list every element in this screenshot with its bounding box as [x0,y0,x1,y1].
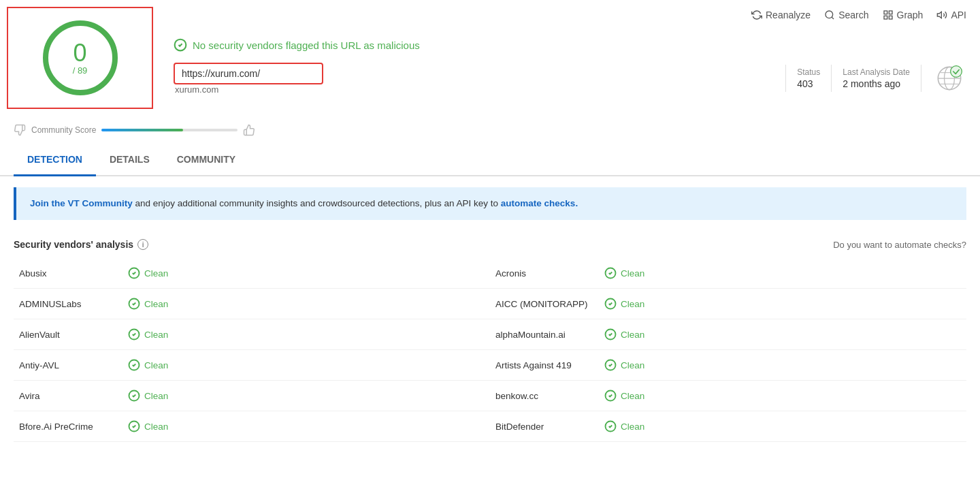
vendor-status-text: Clean [621,268,644,279]
score-circle: 0 / 89 [43,20,118,95]
vendor-status: Clean [128,359,168,371]
status-label: Status [797,67,820,77]
graph-label: Graph [897,10,924,20]
automate-text: Do you want to automate checks? [833,240,966,250]
vendor-status-text: Clean [621,360,644,370]
tab-detection[interactable]: DETECTION [14,144,96,176]
analysis-date-value: 2 months ago [843,78,910,89]
status-meta: Status 403 [797,67,820,89]
vendor-status: Clean [128,420,168,432]
top-header: 0 / 89 Reanalyze Search Graph [0,0,980,116]
status-message: No security vendors flagged this URL as … [193,39,420,51]
vendor-status-text: Clean [144,422,168,432]
reanalyze-button[interactable]: Reanalyze [751,10,811,20]
svg-rect-3 [889,11,892,14]
tab-details[interactable]: DETAILS [96,144,163,176]
check-circle-icon [174,38,187,52]
community-score-label: Community Score [31,125,96,135]
svg-rect-5 [884,16,887,19]
clean-check-icon [128,328,140,340]
score-number: 0 [73,41,86,65]
vendors-table: Abusix Clean Acronis Clean AD [14,258,966,442]
community-score-bar [101,129,238,131]
community-bar: Community Score [0,116,980,144]
svg-marker-6 [938,12,942,18]
clean-check-icon [128,267,140,279]
clean-check-icon [604,359,617,371]
meta-info: Status 403 Last Analysis Date 2 months a… [785,61,966,95]
score-circle-wrapper: 0 / 89 [43,20,118,95]
api-button[interactable]: API [936,10,966,20]
vendor-name: Antiy-AVL [19,360,128,370]
info-section: Reanalyze Search Graph API No security v… [160,0,980,116]
vendor-cell-right: alphaMountain.ai Clean [490,319,966,349]
table-row: AlienVault Clean alphaMountain.ai Clean [14,319,966,350]
join-vt-link[interactable]: Join the VT Community [30,198,133,208]
search-icon [824,10,835,20]
vendor-status-text: Clean [144,391,168,401]
analysis-date-label: Last Analysis Date [843,67,910,77]
vendor-cell-right: Artists Against 419 Clean [490,350,966,380]
svg-line-1 [832,17,834,19]
analysis-title: Security vendors' analysis i [14,239,148,250]
vendor-status: Clean [128,390,168,402]
info-icon[interactable]: i [137,239,148,250]
search-button[interactable]: Search [824,10,868,20]
analysis-header: Security vendors' analysis i Do you want… [14,231,966,258]
table-row: ADMINUSLabs Clean AICC (MONITORAPP) Clea… [14,289,966,319]
community-score-fill [101,129,183,131]
table-row: Bfore.Ai PreCrime Clean BitDefender Clea… [14,411,966,442]
vendor-cell-right: benkow.cc Clean [490,381,966,411]
svg-point-0 [826,11,833,18]
graph-button[interactable]: Graph [883,10,924,20]
api-label: API [951,10,966,20]
clean-check-icon [604,420,617,432]
clean-check-icon [604,390,617,402]
api-icon [936,10,947,20]
vendor-cell-left: Bfore.Ai PreCrime Clean [14,411,490,441]
vendor-status-text: Clean [144,299,168,309]
status-value: 403 [797,78,820,89]
url-input[interactable] [174,63,323,84]
vendor-status-text: Clean [144,268,168,279]
svg-rect-4 [889,16,892,19]
vendor-status: Clean [604,298,644,310]
vendor-name: Acronis [495,268,604,279]
clean-check-icon [128,420,140,432]
status-clean: No security vendors flagged this URL as … [174,38,966,52]
vendor-cell-right: BitDefender Clean [490,411,966,441]
vendor-name: benkow.cc [495,391,604,401]
vendor-status: Clean [604,328,644,340]
analysis-title-text: Security vendors' analysis [14,239,133,250]
graph-icon [883,10,894,20]
vendor-cell-left: ADMINUSLabs Clean [14,289,490,319]
svg-rect-2 [884,11,887,14]
clean-check-icon [128,390,140,402]
automate-checks-link[interactable]: automate checks. [501,198,578,208]
clean-check-icon [128,359,140,371]
vendor-cell-left: AlienVault Clean [14,319,490,349]
svg-point-13 [951,66,962,78]
table-row: Antiy-AVL Clean Artists Against 419 Clea… [14,350,966,381]
table-row: Avira Clean benkow.cc Clean [14,381,966,411]
vendor-status-text: Clean [144,330,168,340]
vendor-status-text: Clean [621,299,644,309]
vendor-status: Clean [128,267,168,279]
vendor-name: Avira [19,391,128,401]
vendor-status: Clean [604,390,644,402]
vendor-name: alphaMountain.ai [495,330,604,340]
vendor-status-text: Clean [621,391,644,401]
main-container: 0 / 89 Reanalyze Search Graph [0,0,980,491]
community-banner: Join the VT Community and enjoy addition… [14,187,966,220]
analysis-section: Security vendors' analysis i Do you want… [0,231,980,456]
url-row: xurum.com Status 403 Last Analysis Date … [174,61,966,95]
vendor-cell-right: Acronis Clean [490,258,966,288]
tab-community[interactable]: COMMUNITY [163,144,249,176]
vendor-cell-right: AICC (MONITORAPP) Clean [490,289,966,319]
divider1 [785,65,786,92]
divider3 [921,65,921,92]
table-row: Abusix Clean Acronis Clean [14,258,966,289]
tabs: DETECTION DETAILS COMMUNITY [0,144,980,176]
thumb-up-icon [243,124,255,136]
analysis-date-meta: Last Analysis Date 2 months ago [843,67,910,89]
